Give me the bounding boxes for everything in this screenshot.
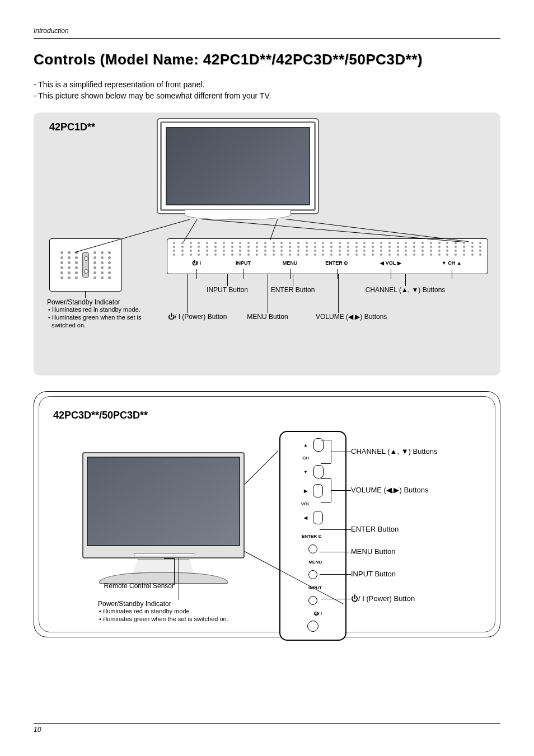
power-button-callout: ⏻/ I (Power) Button	[168, 313, 229, 321]
power-button-label: ⏻/ I (Power) Button	[351, 594, 415, 603]
volume-buttons-label: VOLUME (◀,▶) Buttons	[351, 486, 428, 494]
model-label-2: 42PC3D**/50PC3D**	[53, 410, 148, 421]
power-standby-title-2: Power/Standby Indicator	[98, 600, 311, 608]
ch-label: CH	[302, 456, 309, 461]
channel-buttons-label: CHANNEL (▲, ▼) Buttons	[351, 447, 438, 456]
menu-label: MENU	[302, 560, 322, 565]
tv-illustration-1	[157, 118, 319, 224]
ch-strip-label: ▼ CH ▲	[442, 260, 462, 266]
input-button-callout: INPUT Button	[199, 286, 255, 294]
left-arrow-icon: ◀	[304, 515, 307, 520]
enter-strip-label: ENTER ⊙	[325, 260, 348, 266]
enter-button-callout: ENTER Button	[262, 286, 324, 294]
section-header: Introduction	[34, 27, 500, 39]
vol-down-button	[313, 511, 323, 524]
input-strip-label: INPUT	[236, 260, 251, 266]
enter-button	[308, 544, 317, 553]
ch-down-button	[313, 465, 324, 478]
menu-strip-label: MENU	[283, 260, 298, 266]
remote-sensor-callout: Remote Control Sensor	[73, 582, 174, 590]
vol-strip-label: ◀ VOL ▶	[380, 260, 401, 266]
power-standby-callout: Power/Standby Indicator • illuminates re…	[47, 298, 165, 329]
button-strip-detail: ⏻/ I INPUT MENU ENTER ⊙ ◀ VOL ▶ ▼ CH ▲	[167, 238, 488, 274]
vol-up-button	[313, 484, 323, 497]
input-button-label: INPUT Button	[351, 570, 396, 578]
enter-button-label: ENTER Button	[351, 525, 399, 533]
page-number: 10	[34, 723, 500, 734]
menu-button-callout: MENU Button	[240, 313, 296, 321]
intro-text: - This is a simplified representation of…	[34, 79, 500, 101]
model-42pc1d-panel: 42PC1D**	[34, 112, 500, 375]
power-standby-title: Power/Standby Indicator	[47, 298, 165, 306]
volume-button-callout: VOLUME (◀,▶) Buttons	[316, 313, 388, 321]
tv-illustration-2	[82, 452, 245, 584]
power-standby-note-1b: • illuminates red in standby mode.	[98, 608, 311, 616]
enter-label: ENTER ⊙	[302, 534, 322, 539]
intro-line-2: - This picture shown below may be somewh…	[34, 91, 500, 102]
vol-label: VOL	[301, 502, 310, 507]
right-arrow-icon: ▶	[304, 489, 307, 494]
power-standby-note-2: • illuminates green when the set is swit…	[47, 314, 165, 330]
down-arrow-icon: ▼	[303, 469, 308, 475]
channel-button-callout: CHANNEL (▲, ▼) Buttons	[360, 286, 450, 294]
power-strip-label: ⏻/ I	[192, 260, 202, 266]
up-arrow-icon: ▲	[303, 443, 308, 448]
sensor-window-detail	[49, 238, 122, 292]
power-standby-callout-2: Power/Standby Indicator • illuminates re…	[98, 600, 311, 623]
power-standby-note-2b: • illuminates green when the set is swit…	[98, 616, 311, 623]
menu-button-label: MENU Button	[351, 547, 395, 556]
menu-button	[308, 570, 317, 579]
model-42pc3d-panel: 42PC3D**/50PC3D** ▲ CH ▼ ▶ VOL ◀ ENTER ⊙…	[34, 391, 500, 637]
power-standby-note-1: • illuminates red in standby mode.	[47, 306, 165, 314]
page-title: Controls (Model Name: 42PC1D**/42PC3D**/…	[34, 51, 500, 68]
intro-line-1: - This is a simplified representation of…	[34, 79, 500, 91]
